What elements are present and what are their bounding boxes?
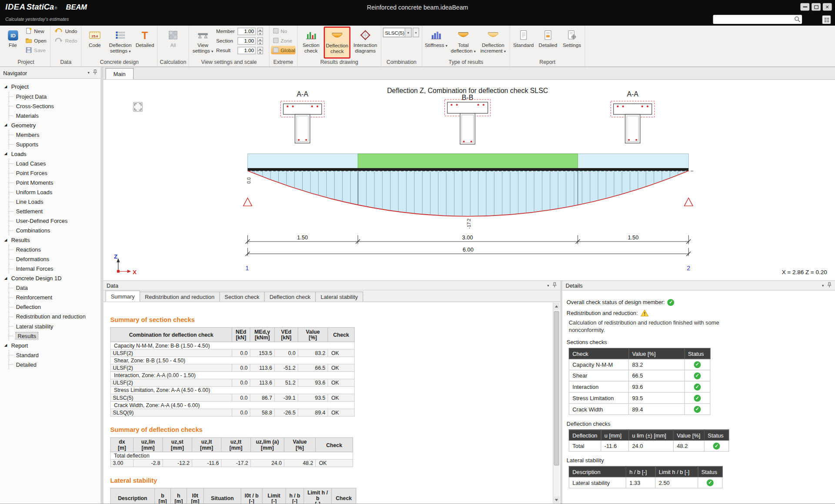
tab-main[interactable]: Main bbox=[105, 68, 134, 80]
tree-expand-icon[interactable]: ◢ bbox=[4, 85, 9, 89]
data-tab-redistribution-and-reduction[interactable]: Redistribution and reduction bbox=[140, 292, 220, 302]
sidebar-section-report[interactable]: ◢Report bbox=[2, 341, 100, 350]
sidebar-item-user-defined-forces[interactable]: User-Defined Forces bbox=[2, 216, 100, 225]
tree-expand-icon[interactable]: ◢ bbox=[4, 238, 9, 242]
total-deflection-button[interactable]: Total deflection ▾ bbox=[449, 27, 477, 58]
minimize-button[interactable] bbox=[800, 3, 809, 10]
beam-axis-bar[interactable] bbox=[247, 168, 688, 171]
sidebar-item-uniform-loads[interactable]: Uniform Loads bbox=[2, 187, 100, 197]
data-tab-section-check[interactable]: Section check bbox=[219, 292, 265, 302]
support-left[interactable] bbox=[244, 198, 252, 206]
sidebar-item-deflection[interactable]: Deflection bbox=[2, 302, 100, 312]
combination-more-button[interactable]: ▾ bbox=[413, 28, 419, 37]
sidebar-item-project-data[interactable]: Project Data bbox=[2, 92, 100, 101]
sidebar-item-internal-forces[interactable]: Internal Forces bbox=[2, 264, 100, 273]
sidebar-item-standard[interactable]: Standard bbox=[2, 350, 100, 360]
sidebar-item-supports[interactable]: Supports bbox=[2, 139, 100, 149]
pin-icon[interactable] bbox=[552, 282, 557, 289]
sidebar-item-point-moments[interactable]: Point Moments bbox=[2, 178, 100, 187]
check-circle-icon: ✓ bbox=[694, 406, 701, 413]
redo-button[interactable]: Redo bbox=[52, 36, 79, 45]
quick-access-button[interactable] bbox=[822, 16, 831, 24]
sidebar-item-load-cases[interactable]: Load Cases bbox=[2, 159, 100, 168]
interaction-diagrams-button[interactable]: Interaction diagrams bbox=[351, 27, 379, 58]
deflection-check-button[interactable]: Deflection check bbox=[324, 27, 350, 58]
sidebar-section-results[interactable]: ◢Results bbox=[2, 235, 100, 245]
file-button[interactable]: ID File bbox=[3, 27, 22, 58]
chevron-down-icon[interactable]: ▾ bbox=[822, 283, 824, 288]
report-detailed-button[interactable]: Detailed bbox=[536, 27, 560, 58]
scroll-up-icon[interactable] bbox=[553, 303, 560, 310]
result-scale-stepper[interactable]: ▲▼ bbox=[257, 46, 263, 54]
column-header: uz,lt [mm] bbox=[192, 438, 221, 452]
chevron-down-icon[interactable]: ▾ bbox=[547, 283, 549, 288]
sidebar-item-line-loads[interactable]: Line Loads bbox=[2, 197, 100, 206]
deflection-checks-heading: Summary of deflection checks bbox=[110, 426, 544, 434]
search-input[interactable] bbox=[713, 17, 794, 22]
sidebar-item-reactions[interactable]: Reactions bbox=[2, 245, 100, 254]
zoom-fit-button[interactable] bbox=[133, 102, 143, 112]
cross-section-left[interactable] bbox=[281, 101, 324, 143]
sidebar-item-settlement[interactable]: Settlement bbox=[2, 206, 100, 216]
extreme-no-button[interactable]: No bbox=[271, 27, 295, 35]
sidebar-section-geometry[interactable]: ◢Geometry bbox=[2, 120, 100, 130]
result-scale-input[interactable] bbox=[237, 46, 256, 54]
sidebar-item-combinations[interactable]: Combinations bbox=[2, 225, 100, 235]
cross-section-mid[interactable] bbox=[444, 99, 490, 144]
sidebar-item-data[interactable]: Data bbox=[2, 283, 100, 292]
save-button[interactable]: Save bbox=[23, 46, 49, 55]
sidebar-item-cross-sections[interactable]: Cross-Sections bbox=[2, 101, 100, 111]
member-scale-input[interactable] bbox=[237, 27, 256, 35]
tree-expand-icon[interactable]: ◢ bbox=[4, 276, 9, 281]
extreme-zone-button[interactable]: Zone bbox=[271, 36, 295, 45]
combination-select[interactable]: SLSC(5) ▾ bbox=[383, 28, 411, 37]
sidebar-item-lateral-stability[interactable]: Lateral stability bbox=[2, 322, 100, 331]
tree-expand-icon[interactable]: ◢ bbox=[4, 343, 9, 348]
extreme-global-button[interactable]: Global bbox=[271, 46, 295, 54]
close-button[interactable]: ✕ bbox=[823, 3, 832, 10]
main-canvas[interactable]: B-B Deflection Z, Combination for deflec… bbox=[104, 80, 835, 281]
sidebar-item-members[interactable]: Members bbox=[2, 130, 100, 139]
beam-zones[interactable] bbox=[247, 154, 688, 169]
sidebar-item-reinforcement[interactable]: Reinforcement bbox=[2, 292, 100, 302]
sidebar-section-project[interactable]: ◢Project bbox=[2, 82, 100, 92]
stiffness-button[interactable]: Stiffness ▾ bbox=[424, 27, 448, 58]
deflection-settings-button[interactable]: Deflection settings ▾ bbox=[107, 27, 133, 58]
sidebar-item-materials[interactable]: Materials bbox=[2, 111, 100, 120]
section-scale-stepper[interactable]: ▲▼ bbox=[257, 37, 263, 44]
chevron-down-icon[interactable]: ▾ bbox=[87, 70, 89, 75]
support-right[interactable] bbox=[684, 198, 693, 206]
tree-expand-icon[interactable]: ◢ bbox=[4, 152, 9, 156]
scroll-down-icon[interactable] bbox=[553, 496, 560, 503]
report-standard-button[interactable]: Standard bbox=[512, 27, 535, 58]
open-button[interactable]: Open bbox=[23, 36, 49, 45]
sidebar-item-detailed[interactable]: Detailed bbox=[2, 360, 100, 369]
section-scale-input[interactable] bbox=[237, 37, 256, 44]
member-scale-stepper[interactable]: ▲▼ bbox=[257, 27, 263, 35]
pin-icon[interactable] bbox=[93, 69, 97, 76]
sidebar-item-deformations[interactable]: Deformations bbox=[2, 254, 100, 264]
calculate-all-button[interactable]: All bbox=[161, 27, 185, 58]
data-scrollbar[interactable] bbox=[553, 303, 560, 504]
code-button[interactable]: 25.4 Code bbox=[83, 27, 107, 58]
pin-icon[interactable] bbox=[827, 282, 832, 289]
report-settings-button[interactable]: Settings bbox=[561, 27, 583, 58]
view-settings-button[interactable]: View settings ▾ bbox=[190, 27, 215, 58]
undo-button[interactable]: Undo bbox=[52, 27, 79, 36]
sidebar-item-point-forces[interactable]: Point Forces bbox=[2, 168, 100, 178]
sidebar-item-results[interactable]: Results bbox=[2, 331, 100, 341]
detailed-concrete-button[interactable]: T Detailed bbox=[134, 27, 156, 58]
sidebar-section-concrete-design-1d[interactable]: ◢Concrete Design 1D bbox=[2, 273, 100, 283]
tree-expand-icon[interactable]: ◢ bbox=[4, 123, 9, 127]
data-tab-deflection-check[interactable]: Deflection check bbox=[264, 292, 316, 302]
sidebar-section-loads[interactable]: ◢Loads bbox=[2, 149, 100, 159]
cross-section-right[interactable] bbox=[611, 101, 654, 143]
data-tab-summary[interactable]: Summary bbox=[105, 291, 140, 302]
sidebar-item-redistribution-and-reduction[interactable]: Redistribution and reduction bbox=[2, 312, 100, 322]
data-tab-lateral-stability[interactable]: Lateral stability bbox=[315, 292, 363, 302]
scrollbar-thumb[interactable] bbox=[554, 311, 559, 465]
deflection-increment-button[interactable]: Deflection increment ▾ bbox=[478, 27, 508, 58]
section-check-button[interactable]: Section check bbox=[299, 27, 323, 58]
new-button[interactable]: New bbox=[23, 27, 49, 36]
maximize-button[interactable] bbox=[812, 3, 821, 10]
